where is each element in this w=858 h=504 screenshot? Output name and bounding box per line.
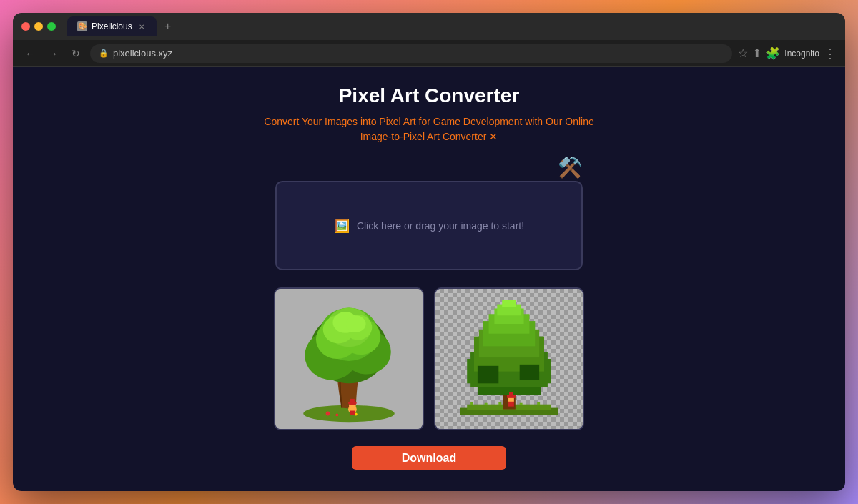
svg-point-15 <box>346 315 365 332</box>
url-display: pixelicious.xyz <box>113 48 172 59</box>
extensions-icon[interactable]: 🧩 <box>766 46 780 60</box>
svg-rect-44 <box>508 401 514 407</box>
svg-rect-42 <box>478 366 498 384</box>
upload-image-icon: 🖼️ <box>334 218 350 234</box>
page-content: Pixel Art Converter Convert Your Images … <box>13 67 845 491</box>
svg-rect-17 <box>350 411 355 415</box>
tab-close-button[interactable]: ✕ <box>137 21 147 31</box>
svg-rect-20 <box>350 399 355 403</box>
forward-button[interactable]: → <box>44 45 61 62</box>
active-tab[interactable]: 🎨 Pixelicious ✕ <box>67 16 157 36</box>
svg-rect-25 <box>498 402 501 405</box>
svg-point-2 <box>326 412 330 416</box>
new-tab-button[interactable]: + <box>159 18 177 35</box>
maximize-window-button[interactable] <box>47 22 56 31</box>
svg-rect-43 <box>520 365 539 380</box>
upload-prompt-text: Click here or drag your image to start! <box>357 220 524 232</box>
page-title: Pixel Art Converter <box>339 84 520 107</box>
back-button[interactable]: ← <box>21 45 39 62</box>
tab-favicon: 🎨 <box>77 21 87 31</box>
share-icon[interactable]: ⬆ <box>752 46 761 60</box>
original-tree-image <box>275 289 423 429</box>
svg-rect-47 <box>509 392 513 396</box>
close-window-button[interactable] <box>21 22 30 31</box>
tab-bar: 🎨 Pixelicious ✕ + <box>67 16 177 36</box>
svg-rect-26 <box>520 403 523 405</box>
svg-rect-41 <box>502 300 516 307</box>
svg-rect-27 <box>537 402 540 405</box>
lock-icon: 🔒 <box>99 49 109 58</box>
address-bar[interactable]: 🔒 pixelicious.xyz <box>90 44 732 63</box>
minimize-window-button[interactable] <box>34 22 43 31</box>
page-subtitle: Convert Your Images into Pixel Art for G… <box>264 114 593 144</box>
reload-button[interactable]: ↻ <box>67 45 84 62</box>
toolbar-right: ☆ ⬆ 🧩 Incognito ⋮ <box>738 46 837 61</box>
svg-rect-23 <box>470 402 473 405</box>
tool-icon: ⚒️ <box>558 156 583 179</box>
upload-zone[interactable]: 🖼️ Click here or drag your image to star… <box>275 181 583 270</box>
svg-point-3 <box>335 414 338 417</box>
preview-area <box>274 287 584 430</box>
svg-rect-24 <box>485 403 488 405</box>
tab-title: Pixelicious <box>92 21 132 31</box>
incognito-label: Incognito <box>784 49 819 59</box>
bookmark-icon[interactable]: ☆ <box>738 46 748 60</box>
pixel-tree-image <box>435 289 583 429</box>
more-menu-icon[interactable]: ⋮ <box>824 46 837 61</box>
download-button[interactable]: Download <box>352 446 506 470</box>
traffic-lights <box>21 22 56 31</box>
pixel-preview <box>434 287 584 430</box>
browser-toolbar: ← → ↻ 🔒 pixelicious.xyz ☆ ⬆ 🧩 Incognito … <box>13 40 845 67</box>
browser-window: 🎨 Pixelicious ✕ + ← → ↻ 🔒 pixelicious.xy… <box>13 13 845 491</box>
titlebar: 🎨 Pixelicious ✕ + <box>13 13 845 40</box>
original-preview <box>274 287 424 430</box>
